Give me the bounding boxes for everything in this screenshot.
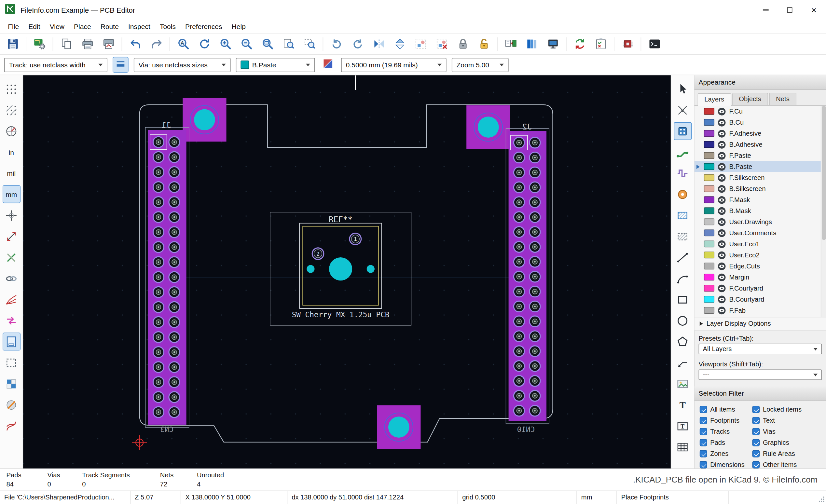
- filter-rule-areas[interactable]: Rule Areas: [753, 450, 826, 457]
- layer-color-swatch[interactable]: [704, 196, 714, 203]
- draw-line-button[interactable]: [674, 249, 692, 266]
- visibility-eye-icon[interactable]: [718, 196, 726, 204]
- filter-pads[interactable]: Pads: [700, 439, 753, 446]
- board-setup-button[interactable]: [31, 35, 49, 53]
- highlight-x-button[interactable]: [674, 101, 692, 119]
- layer-color-swatch[interactable]: [704, 218, 714, 225]
- draw-rect-button[interactable]: [674, 291, 692, 308]
- checkbox-checked-icon[interactable]: [753, 428, 760, 435]
- mirror-h-button[interactable]: [370, 35, 388, 53]
- draw-zone-button[interactable]: [674, 206, 692, 224]
- checkbox-checked-icon[interactable]: [700, 406, 707, 413]
- layer-color-swatch[interactable]: [704, 141, 714, 148]
- rotate-cw-button[interactable]: [349, 35, 366, 53]
- layer-row-b-mask[interactable]: B.Mask: [695, 205, 826, 216]
- visibility-eye-icon[interactable]: [718, 129, 726, 138]
- redo-button[interactable]: [148, 35, 165, 53]
- filter-zones[interactable]: Zones: [700, 450, 753, 457]
- layer-color-swatch[interactable]: [704, 152, 714, 159]
- filter-graphics[interactable]: Graphics: [753, 439, 826, 446]
- menu-place[interactable]: Place: [69, 21, 96, 32]
- minimize-button[interactable]: [754, 0, 777, 20]
- find-button[interactable]: A: [174, 35, 192, 53]
- crosshair-button[interactable]: [2, 206, 20, 224]
- flip-board-button[interactable]: [391, 35, 408, 53]
- table-button[interactable]: [674, 438, 692, 456]
- tune-meander-button[interactable]: [674, 164, 692, 182]
- close-button[interactable]: ✕: [802, 0, 826, 20]
- active-layer-select[interactable]: B.Paste: [236, 58, 315, 72]
- layer-row-edge-cuts[interactable]: Edge.Cuts: [695, 261, 826, 272]
- layer-row-f-courtyard[interactable]: F.Courtyard: [695, 283, 826, 294]
- ratsnest-button[interactable]: [2, 291, 20, 308]
- group-button[interactable]: [412, 35, 430, 53]
- checkbox-checked-icon[interactable]: [700, 461, 707, 468]
- layer-row-b-cu[interactable]: B.Cu: [695, 117, 826, 128]
- connector-j1[interactable]: [145, 127, 189, 427]
- curved-ratsnest-button[interactable]: [2, 417, 20, 435]
- scrollbar-thumb[interactable]: [822, 106, 826, 240]
- zoom-in-button[interactable]: [217, 35, 234, 53]
- swap-arrows-button[interactable]: [2, 312, 20, 330]
- layer-color-swatch[interactable]: [704, 207, 714, 214]
- visibility-eye-icon[interactable]: [718, 174, 726, 182]
- draw-polygon-button[interactable]: [674, 332, 692, 351]
- save-button[interactable]: [4, 35, 21, 53]
- menu-preferences[interactable]: Preferences: [181, 21, 227, 32]
- visibility-eye-icon[interactable]: [718, 306, 726, 315]
- visibility-eye-icon[interactable]: [718, 273, 726, 281]
- track-width-select[interactable]: Track: use netclass width: [4, 58, 107, 72]
- measure-button[interactable]: [2, 228, 20, 245]
- filter-text[interactable]: Text: [753, 417, 826, 424]
- layer-color-swatch[interactable]: [704, 108, 714, 115]
- zone-unfilled-button[interactable]: [2, 396, 20, 414]
- layer-row-b-courtyard[interactable]: B.Courtyard: [695, 294, 826, 305]
- print-button[interactable]: [78, 35, 96, 53]
- grid-dots-button[interactable]: [2, 80, 20, 98]
- update-pcb-button[interactable]: [502, 35, 520, 53]
- text-box-button[interactable]: T: [674, 417, 692, 435]
- layer-row-user-drawings[interactable]: User.Drawings: [695, 216, 826, 228]
- menu-file[interactable]: File: [3, 21, 24, 32]
- switch-footprint[interactable]: REF**SW_Cherry_MX_1.25u_PCB12: [270, 212, 411, 325]
- 3d-viewer-button[interactable]: [544, 35, 562, 53]
- maximize-button[interactable]: [777, 0, 802, 20]
- layer-color-swatch[interactable]: [704, 163, 714, 170]
- layer-color-swatch[interactable]: [704, 252, 714, 258]
- fp-editor-button[interactable]: [619, 35, 637, 53]
- refresh-button[interactable]: [195, 35, 213, 53]
- leader-line-button[interactable]: [674, 354, 692, 372]
- drawing-sheet-button[interactable]: [2, 332, 20, 351]
- layer-row-user-comments[interactable]: User.Comments: [695, 228, 826, 239]
- mount-hole-bottom[interactable]: [377, 405, 420, 449]
- checkbox-checked-icon[interactable]: [753, 461, 760, 468]
- layers-scrollbar[interactable]: [821, 106, 826, 317]
- layer-color-swatch[interactable]: [704, 274, 714, 280]
- place-via-button[interactable]: [674, 185, 692, 203]
- layer-row-f-cu[interactable]: F.Cu: [695, 106, 826, 117]
- checkbox-checked-icon[interactable]: [700, 417, 707, 424]
- units-in-button[interactable]: in: [2, 143, 20, 161]
- checkbox-checked-icon[interactable]: [700, 428, 707, 435]
- layer-display-options[interactable]: Layer Display Options: [695, 317, 826, 330]
- visibility-eye-icon[interactable]: [718, 185, 726, 193]
- grid-size-select[interactable]: 0.5000 mm (19.69 mils): [341, 58, 447, 72]
- lock-button[interactable]: [454, 35, 472, 53]
- checkbox-checked-icon[interactable]: [753, 450, 760, 457]
- resize-grip[interactable]: [818, 491, 826, 504]
- zoom-fit-button[interactable]: [258, 35, 276, 53]
- visibility-eye-icon[interactable]: [718, 251, 726, 259]
- place-footprint-button[interactable]: [674, 122, 692, 140]
- visibility-eye-icon[interactable]: [718, 240, 726, 248]
- visibility-eye-icon[interactable]: [718, 107, 726, 116]
- sync-footprints-button[interactable]: [571, 35, 588, 53]
- track-width-toggle-button[interactable]: [113, 57, 128, 73]
- snap-x-button[interactable]: [2, 249, 20, 266]
- units-mil-button[interactable]: mil: [2, 164, 20, 182]
- layer-pair-button[interactable]: [320, 57, 336, 73]
- menu-tools[interactable]: Tools: [155, 21, 180, 32]
- filter-locked-items[interactable]: Locked items: [753, 406, 826, 413]
- menu-route[interactable]: Route: [96, 21, 123, 32]
- page-copy-button[interactable]: [57, 35, 75, 53]
- menu-edit[interactable]: Edit: [24, 21, 45, 32]
